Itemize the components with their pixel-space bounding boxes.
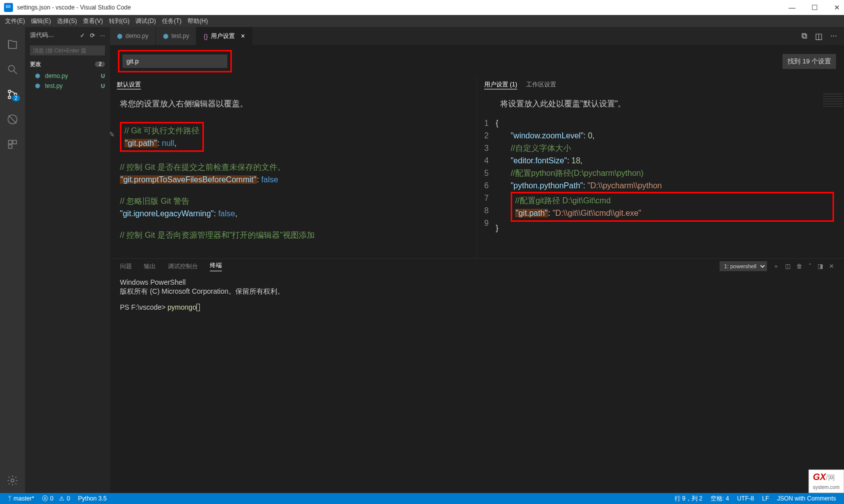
svg-rect-7 (8, 140, 12, 144)
svg-rect-9 (8, 145, 12, 148)
menu-selection[interactable]: 选择(S) (57, 17, 77, 25)
kill-terminal-icon[interactable]: 🗑 (797, 263, 803, 270)
menu-debug[interactable]: 调试(D) (135, 17, 156, 25)
scm-title: 源代码… (30, 31, 80, 39)
user-settings-code[interactable]: { "window.zoomLevel": 0, //自定义字体大小 "edit… (496, 117, 834, 234)
terminal-cursor (196, 304, 200, 311)
line-numbers: 123456789 (480, 117, 496, 234)
status-language[interactable]: JSON with Comments (773, 495, 840, 503)
tab-label: demo.py (125, 32, 148, 39)
status-branch[interactable]: ᛘmaster* (4, 495, 38, 502)
svg-point-2 (8, 90, 11, 93)
window-title: settings.json - vscode - Visual Studio C… (17, 4, 131, 11)
scm-badge: 2 (12, 95, 20, 101)
highlight-box-gitpath: // Git 可执行文件路径 "git.path": null, (120, 122, 204, 152)
menu-tasks[interactable]: 任务(T) (162, 17, 181, 25)
status-bar: ᛘmaster* ⓧ0 ⚠0 Python 3.5 行 9，列 2 空格: 4 … (0, 493, 844, 504)
debug-icon[interactable] (0, 107, 25, 132)
scm-file-item[interactable]: ⬢ test.py U (25, 81, 110, 91)
scm-file-item[interactable]: ⬢ demo.py U (25, 71, 110, 81)
menu-view[interactable]: 查看(V) (83, 17, 103, 25)
maximize-panel-icon[interactable]: ˄ (809, 263, 812, 270)
panel-tab-debug-console[interactable]: 调试控制台 (168, 262, 198, 271)
status-cursor-pos[interactable]: 行 9，列 2 (671, 495, 707, 503)
menu-help[interactable]: 帮助(H) (187, 17, 208, 25)
tab-label: test.py (171, 32, 189, 39)
status-eol[interactable]: LF (758, 495, 773, 503)
refresh-icon[interactable]: ⟳ (90, 32, 95, 39)
edit-pencil-icon[interactable]: ✎ (110, 128, 115, 141)
terminal-line: 版权所有 (C) Microsoft Corporation。保留所有权利。 (120, 287, 834, 296)
warning-icon: ⚠ (59, 495, 64, 502)
changes-label: 更改 (30, 60, 41, 68)
terminal-select[interactable]: 1: powershell (720, 261, 767, 271)
svg-point-10 (11, 479, 14, 482)
status-encoding[interactable]: UTF-8 (733, 495, 758, 503)
title-bar: settings.json - vscode - Visual Studio C… (0, 0, 844, 15)
commit-check-icon[interactable]: ✓ (80, 32, 85, 39)
python-file-icon: ⬢ (35, 72, 42, 79)
watermark: GX/网system.com (809, 470, 844, 493)
extensions-icon[interactable] (0, 132, 25, 157)
close-button[interactable]: ✕ (834, 3, 840, 11)
svg-line-6 (8, 115, 16, 123)
terminal-line: Windows PowerShell (120, 278, 834, 287)
explorer-icon[interactable] (0, 32, 25, 57)
panel-layout-icon[interactable]: ◨ (818, 263, 823, 270)
menu-bar: 文件(E) 编辑(E) 选择(S) 查看(V) 转到(G) 调试(D) 任务(T… (0, 15, 844, 27)
panel-tab-output[interactable]: 输出 (144, 262, 156, 271)
error-icon: ⓧ (42, 495, 48, 503)
activity-bar: 2 (0, 27, 25, 493)
open-preview-icon[interactable]: ⧉ (802, 31, 807, 40)
svg-rect-8 (13, 140, 16, 144)
minimize-button[interactable]: — (789, 3, 796, 11)
settings-search-input[interactable] (122, 54, 227, 68)
split-editor-icon[interactable]: ◫ (815, 31, 823, 41)
branch-icon: ᛘ (8, 495, 11, 502)
json-file-icon: {} (203, 32, 208, 40)
user-settings-tab[interactable]: 用户设置 (1) (484, 80, 517, 89)
status-spaces[interactable]: 空格: 4 (707, 495, 733, 503)
file-name: demo.py (45, 72, 68, 79)
terminal-command: pymongo (167, 303, 196, 311)
panel-tab-problems[interactable]: 问题 (120, 262, 132, 271)
terminal[interactable]: Windows PowerShell 版权所有 (C) Microsoft Co… (110, 274, 844, 493)
default-settings-pane: 默认设置 ✎ 将您的设置放入右侧编辑器以覆盖。 // Git 可执行文件路径 "… (110, 77, 477, 258)
menu-file[interactable]: 文件(E) (5, 17, 25, 25)
tab-label: 用户设置 (211, 32, 235, 40)
more-actions-icon[interactable]: ··· (831, 31, 837, 40)
commit-message-input[interactable] (30, 45, 105, 55)
search-highlight-box (118, 50, 232, 72)
svg-line-1 (14, 71, 17, 74)
minimap[interactable] (823, 93, 843, 108)
editor-tabs: ⬢demo.py ⬢test.py {}用户设置× ⧉ ◫ ··· (110, 27, 844, 45)
file-name: test.py (45, 82, 62, 89)
panel-tab-terminal[interactable]: 终端 (210, 261, 222, 271)
settings-gear-icon[interactable] (0, 468, 25, 493)
menu-goto[interactable]: 转到(G) (109, 17, 129, 25)
split-terminal-icon[interactable]: ◫ (785, 263, 791, 270)
scm-sidebar: 源代码… ✓ ⟳ ··· 更改 2 ⬢ demo.py U ⬢ test.py … (25, 27, 110, 493)
close-tab-icon[interactable]: × (241, 32, 245, 40)
default-settings-header: 默认设置 (117, 80, 141, 89)
workspace-settings-tab[interactable]: 工作区设置 (526, 80, 556, 89)
vscode-icon (4, 3, 13, 12)
status-python[interactable]: Python 3.5 (74, 495, 110, 502)
svg-point-3 (8, 96, 11, 99)
new-terminal-icon[interactable]: ＋ (773, 262, 779, 271)
file-status: U (101, 73, 105, 79)
tab-demo-py[interactable]: ⬢demo.py (110, 27, 156, 45)
user-settings-desc: 将设置放入此处以覆盖"默认设置"。 (480, 97, 834, 110)
close-panel-icon[interactable]: ✕ (829, 263, 834, 270)
more-icon[interactable]: ··· (100, 32, 105, 39)
python-file-icon: ⬢ (163, 32, 168, 40)
scm-icon[interactable]: 2 (0, 82, 25, 107)
menu-edit[interactable]: 编辑(E) (31, 17, 51, 25)
tab-test-py[interactable]: ⬢test.py (156, 27, 196, 45)
user-settings-pane: 用户设置 (1) 工作区设置 将设置放入此处以覆盖"默认设置"。 1234567… (477, 77, 844, 258)
status-errors[interactable]: ⓧ0 ⚠0 (38, 495, 74, 503)
tab-user-settings[interactable]: {}用户设置× (196, 27, 252, 45)
search-icon[interactable] (0, 57, 25, 82)
maximize-button[interactable]: ☐ (812, 3, 818, 11)
bottom-panel: 问题 输出 调试控制台 终端 1: powershell ＋ ◫ 🗑 ˄ ◨ ✕ (110, 258, 844, 493)
